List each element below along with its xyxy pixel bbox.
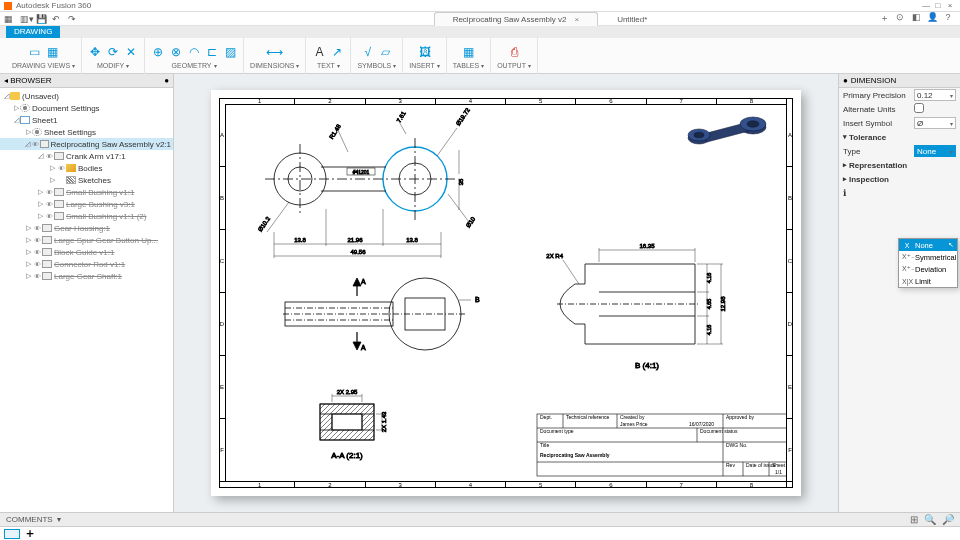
help-icon[interactable]: ? (942, 12, 954, 24)
tree-lgs[interactable]: Large Gear Shaft:1 (54, 272, 122, 281)
pdf-icon[interactable]: ⎙ (507, 45, 521, 59)
datum-icon[interactable]: ▱ (379, 45, 393, 59)
rotate-icon[interactable]: ⟳ (106, 45, 120, 59)
user-icon[interactable]: 👤 (926, 12, 938, 24)
text-icon[interactable]: A (312, 45, 326, 59)
ribbon-label[interactable]: INSERT (409, 62, 440, 69)
maximize-button[interactable]: □ (932, 1, 944, 10)
svg-text:Ø10.2: Ø10.2 (257, 215, 272, 232)
close-button[interactable]: × (944, 1, 956, 10)
leader-icon[interactable]: ↗ (330, 45, 344, 59)
svg-text:DWG No.: DWG No. (726, 442, 747, 448)
svg-text:2X 1.43: 2X 1.43 (381, 411, 387, 432)
ribbon-label[interactable]: TABLES (453, 62, 484, 69)
add-sheet-button[interactable]: ＋ (24, 525, 36, 540)
alt-units-checkbox[interactable] (914, 103, 924, 113)
tolerance-type-dropdown[interactable]: XNone↖ X⁺₋Symmetrical X⁺₋Deviation X|XLi… (898, 238, 958, 288)
new-tab-icon[interactable]: ＋ (878, 12, 890, 24)
svg-text:James Price: James Price (620, 421, 648, 427)
delete-icon[interactable]: ✕ (124, 45, 138, 59)
svg-text:2X 2.95: 2X 2.95 (337, 389, 358, 395)
zoom-extents-icon[interactable]: ⊞ (910, 514, 918, 525)
tree-sheetsettings[interactable]: Sheet Settings (44, 128, 96, 137)
zoom-icon[interactable]: 🔎 (942, 514, 954, 525)
tol-opt-none[interactable]: XNone↖ (899, 239, 957, 251)
section-inspection[interactable]: Inspection (839, 172, 960, 186)
tree-root[interactable]: (Unsaved) (22, 92, 59, 101)
table-icon[interactable]: ▦ (461, 45, 475, 59)
extensions-icon[interactable]: ◧ (910, 12, 922, 24)
svg-text:12.98: 12.98 (720, 296, 726, 312)
grid-menu-icon[interactable]: ▦ (4, 14, 14, 24)
sheet-thumb-1[interactable] (4, 529, 20, 539)
surface-icon[interactable]: √ (361, 45, 375, 59)
ribbon-label[interactable]: GEOMETRY (172, 62, 217, 69)
tree-bodies[interactable]: Bodies (78, 164, 102, 173)
panel-info: ℹ (839, 186, 960, 200)
save-icon[interactable]: 💾 (36, 14, 46, 24)
svg-text:1/1: 1/1 (775, 469, 782, 475)
drawing-canvas[interactable]: <Ø19.62> 12345678 12345678 ABCDEF ABCDEF (174, 74, 838, 512)
tree-bg[interactable]: Block Guide v1:1 (54, 248, 114, 257)
tree-cr[interactable]: Connector Rod v1:1 (54, 260, 125, 269)
zoom-window-icon[interactable]: 🔍 (924, 514, 936, 525)
primary-precision-select[interactable]: 0.12 (914, 89, 956, 101)
notifications-icon[interactable]: ⊙ (894, 12, 906, 24)
ribbon-group-insert: 🖼 INSERT (403, 38, 447, 74)
base-view-icon[interactable]: ▭ (28, 45, 42, 59)
tab-assembly[interactable]: Reciprocating Saw Assembly v2 × (434, 12, 599, 26)
hatch-icon[interactable]: ▨ (223, 45, 237, 59)
tol-opt-deviation[interactable]: X⁺₋Deviation (899, 263, 957, 275)
tolerance-type-select[interactable]: None (914, 145, 956, 157)
section-tolerance[interactable]: Tolerance (839, 130, 960, 144)
browser-tree[interactable]: ◿(Unsaved) ▷Document Settings ◿Sheet1 ▷S… (0, 88, 173, 512)
centerline-icon[interactable]: ⊕ (151, 45, 165, 59)
projected-view-icon[interactable]: ▦ (46, 45, 60, 59)
redo-icon[interactable]: ↷ (68, 14, 78, 24)
browser-options-icon[interactable]: ● (164, 76, 169, 85)
move-icon[interactable]: ✥ (88, 45, 102, 59)
dimension-icon[interactable]: ⟷ (268, 45, 282, 59)
tree-assembly[interactable]: Reciprocating Saw Assembly v2:1 (51, 140, 172, 149)
svg-text:Rev: Rev (726, 462, 735, 468)
tree-lsg[interactable]: Large Spur Gear Button Up... (54, 236, 158, 245)
comments-bar[interactable]: COMMENTS ▾ ⊞ 🔍 🔎 (0, 512, 960, 526)
svg-text:Dept.: Dept. (540, 414, 552, 420)
insert-symbol-select[interactable]: Ø (914, 117, 956, 129)
ribbon-label[interactable]: MODIFY (97, 62, 129, 69)
ribbon-label[interactable]: TEXT (317, 62, 340, 69)
tab-label: Untitled* (617, 15, 647, 24)
extension-icon[interactable]: ⊏ (205, 45, 219, 59)
ribbon-group-geometry: ⊕ ⊗ ◠ ⊏ ▨ GEOMETRY (145, 38, 244, 74)
svg-line-34 (437, 128, 457, 156)
tree-docsettings[interactable]: Document Settings (32, 104, 100, 113)
edge-icon[interactable]: ◠ (187, 45, 201, 59)
close-tab-icon[interactable]: × (574, 15, 579, 24)
minimize-button[interactable]: — (920, 1, 932, 10)
tol-opt-limit[interactable]: X|XLimit (899, 275, 957, 287)
svg-text:16.35: 16.35 (639, 243, 655, 249)
image-icon[interactable]: 🖼 (418, 45, 432, 59)
drawing-sheet[interactable]: 12345678 12345678 ABCDEF ABCDEF (211, 90, 801, 496)
tree-gh[interactable]: Gear Housing:1 (54, 224, 110, 233)
ribbon-label[interactable]: OUTPUT (497, 62, 531, 69)
tree-crank[interactable]: Crank Arm v17:1 (66, 152, 126, 161)
tree-sketches[interactable]: Sketches (78, 176, 111, 185)
file-menu-icon[interactable]: ▥▾ (20, 14, 30, 24)
tree-sb1[interactable]: Small Bushing v1:1 (66, 188, 134, 197)
tab-label: Reciprocating Saw Assembly v2 (453, 15, 567, 24)
svg-text:21.96: 21.96 (347, 237, 363, 243)
tab-untitled[interactable]: Untitled* (598, 12, 666, 26)
centermark-icon[interactable]: ⊗ (169, 45, 183, 59)
ribbon-label[interactable]: DRAWING VIEWS (12, 62, 75, 69)
tree-sheet[interactable]: Sheet1 (32, 116, 57, 125)
context-tab-drawing[interactable]: DRAWING (6, 26, 60, 38)
undo-icon[interactable]: ↶ (52, 14, 62, 24)
tol-opt-symmetrical[interactable]: X⁺₋Symmetrical (899, 251, 957, 263)
ribbon-label[interactable]: SYMBOLS (357, 62, 396, 69)
ribbon-group-symbols: √ ▱ SYMBOLS (351, 38, 403, 74)
ribbon-label[interactable]: DIMENSIONS (250, 62, 299, 69)
tree-sb2[interactable]: Small Bushing v1:1 (2) (66, 212, 146, 221)
section-representation[interactable]: Representation (839, 158, 960, 172)
tree-lb1[interactable]: Large Bushing v3:1 (66, 200, 135, 209)
